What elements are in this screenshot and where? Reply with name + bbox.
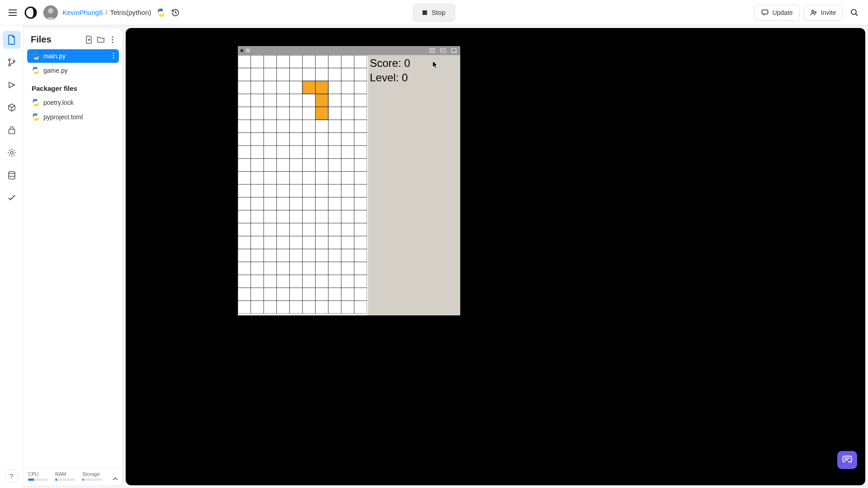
files-title: Files bbox=[31, 34, 82, 45]
svg-point-12 bbox=[10, 151, 13, 154]
tk-minimize-button[interactable]: — bbox=[429, 47, 436, 54]
comment-icon bbox=[761, 9, 769, 16]
new-folder-button[interactable] bbox=[96, 35, 105, 44]
breadcrumb-project[interactable]: Tetris(python) bbox=[110, 9, 151, 16]
new-folder-icon bbox=[97, 36, 105, 43]
rail-secrets[interactable] bbox=[3, 121, 21, 139]
svg-rect-23 bbox=[316, 94, 329, 107]
storage-label: Storage bbox=[82, 471, 102, 477]
svg-rect-24 bbox=[316, 107, 329, 120]
files-more-button[interactable] bbox=[108, 35, 117, 44]
chat-fab[interactable] bbox=[837, 451, 857, 469]
chevron-up-icon bbox=[113, 477, 118, 481]
output-viewport[interactable]: tk — ▢ ✕ Score: 0 Level: 0 bbox=[126, 28, 865, 485]
python-file-icon bbox=[32, 113, 40, 121]
tetris-grid bbox=[238, 55, 367, 314]
python-icon bbox=[156, 8, 165, 17]
help-label: ? bbox=[9, 472, 13, 480]
rail-database[interactable] bbox=[3, 166, 21, 184]
tk-titlebar[interactable]: tk — ▢ ✕ bbox=[238, 46, 460, 55]
level-value: 0 bbox=[402, 71, 408, 84]
file-item-poetrylock[interactable]: poetry.lock bbox=[27, 96, 119, 109]
python-file-icon bbox=[32, 99, 40, 107]
tk-sidebar: Score: 0 Level: 0 bbox=[368, 55, 460, 315]
help-button[interactable]: ? bbox=[5, 469, 19, 483]
stop-icon bbox=[423, 10, 427, 15]
rail-files[interactable] bbox=[3, 31, 21, 49]
svg-point-14 bbox=[112, 36, 113, 38]
expand-stats-button[interactable] bbox=[113, 477, 118, 481]
update-label: Update bbox=[772, 9, 793, 16]
left-rail: ? bbox=[0, 25, 24, 488]
debug-icon bbox=[7, 80, 16, 89]
svg-point-16 bbox=[112, 42, 113, 43]
rail-settings[interactable] bbox=[3, 144, 21, 162]
svg-point-13 bbox=[9, 172, 15, 174]
ram-stat: RAM bbox=[55, 471, 75, 481]
svg-point-9 bbox=[9, 64, 10, 66]
svg-point-8 bbox=[9, 59, 10, 61]
invite-label: Invite bbox=[821, 9, 836, 16]
resource-footer: CPU RAM Storage bbox=[24, 467, 123, 485]
rail-debug[interactable] bbox=[3, 76, 21, 94]
update-button[interactable]: Update bbox=[755, 5, 799, 21]
search-button[interactable] bbox=[846, 5, 863, 21]
tk-app-icon bbox=[241, 49, 243, 52]
svg-point-19 bbox=[113, 57, 114, 58]
cpu-stat: CPU bbox=[28, 471, 48, 481]
level-label: Level: bbox=[370, 71, 402, 84]
file-item-game[interactable]: game.py bbox=[27, 64, 119, 77]
stop-label: Stop bbox=[432, 9, 446, 16]
database-icon bbox=[7, 171, 16, 180]
rail-version-control[interactable] bbox=[3, 53, 21, 71]
tk-close-button[interactable]: ✕ bbox=[450, 47, 458, 54]
storage-stat: Storage bbox=[82, 471, 102, 481]
tk-window[interactable]: tk — ▢ ✕ Score: 0 Level: 0 bbox=[238, 46, 460, 315]
lock-icon bbox=[8, 126, 16, 135]
file-item-pyproject[interactable]: pyproject.toml bbox=[27, 110, 119, 124]
menu-button[interactable] bbox=[5, 5, 20, 20]
tk-title-text: tk bbox=[246, 47, 250, 54]
cpu-label: CPU bbox=[28, 471, 48, 477]
svg-point-3 bbox=[160, 9, 160, 10]
rail-packages[interactable] bbox=[3, 99, 21, 117]
score-value: 0 bbox=[404, 57, 410, 69]
breadcrumb-user[interactable]: KevinPhung6 bbox=[62, 9, 103, 16]
chat-icon bbox=[842, 455, 852, 465]
stop-button[interactable]: Stop bbox=[413, 4, 455, 22]
score-label: Score: bbox=[370, 57, 404, 69]
tetris-canvas[interactable] bbox=[238, 55, 368, 315]
svg-point-15 bbox=[112, 39, 113, 40]
tk-maximize-button[interactable]: ▢ bbox=[439, 47, 447, 54]
files-panel: Files main.py bbox=[24, 28, 123, 485]
svg-point-6 bbox=[811, 10, 814, 12]
replit-logo-icon[interactable] bbox=[24, 5, 38, 20]
user-avatar[interactable] bbox=[43, 5, 58, 20]
svg-point-4 bbox=[162, 15, 163, 16]
python-file-icon bbox=[32, 52, 40, 60]
file-icon bbox=[7, 35, 16, 45]
file-item-main[interactable]: main.py bbox=[27, 49, 119, 63]
invite-button[interactable]: Invite bbox=[803, 5, 843, 21]
main-area: ? Files main.py bbox=[0, 25, 868, 488]
rail-tests[interactable] bbox=[3, 189, 21, 207]
tk-body: Score: 0 Level: 0 bbox=[238, 55, 460, 315]
file-item-menu[interactable] bbox=[113, 52, 114, 60]
svg-point-10 bbox=[13, 60, 15, 62]
top-bar: KevinPhung6 / Tetris(python) Stop Update… bbox=[0, 0, 868, 25]
svg-point-2 bbox=[48, 8, 53, 14]
breadcrumb-sep: / bbox=[105, 9, 107, 16]
file-name: game.py bbox=[43, 67, 68, 74]
file-name: pyproject.toml bbox=[43, 113, 83, 121]
history-icon[interactable] bbox=[171, 8, 180, 17]
python-file-icon bbox=[32, 66, 40, 75]
svg-rect-11 bbox=[9, 129, 14, 134]
svg-rect-22 bbox=[316, 81, 329, 94]
more-vert-icon bbox=[113, 52, 114, 59]
svg-point-17 bbox=[113, 52, 114, 54]
invite-icon bbox=[810, 9, 817, 16]
ram-label: RAM bbox=[55, 471, 75, 477]
file-name: main.py bbox=[43, 52, 66, 60]
new-file-button[interactable] bbox=[85, 35, 94, 44]
svg-rect-5 bbox=[762, 10, 768, 14]
